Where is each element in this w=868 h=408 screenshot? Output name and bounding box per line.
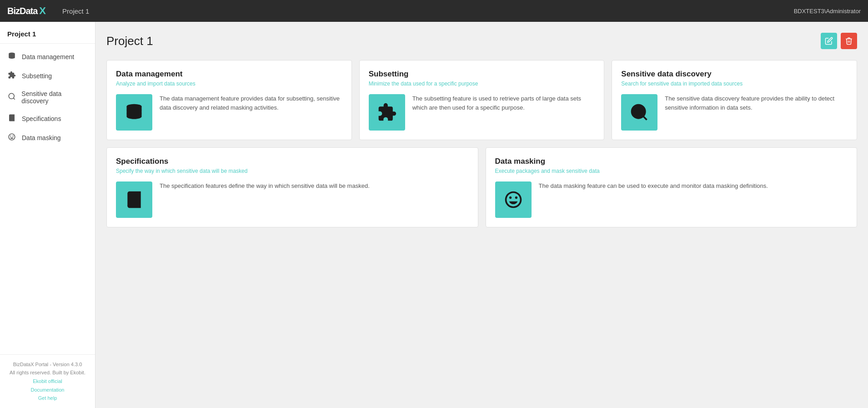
edit-project-button[interactable]: [821, 33, 837, 49]
app-body: Project 1 Data management Subsetting Sen…: [0, 22, 868, 408]
sidebar: Project 1 Data management Subsetting Sen…: [0, 22, 95, 408]
sidebar-item-subsetting-label: Subsetting: [22, 72, 52, 80]
sidebar-item-data-management-label: Data management: [22, 53, 74, 60]
card-specifications[interactable]: Specifications Specify the way in which …: [106, 147, 478, 227]
data-masking-icon-box: [495, 181, 532, 218]
card-data-masking-subtitle: Execute packages and mask sensitive data: [495, 168, 848, 174]
sidebar-nav: Data management Subsetting Sensitive dat…: [0, 44, 95, 354]
svg-line-2: [13, 98, 15, 99]
card-subsetting-body: The subsetting feature is used to retrie…: [369, 94, 595, 131]
subsetting-icon-box: [369, 94, 405, 131]
data-management-icon-box: [116, 94, 152, 131]
card-data-management-body: The data management feature provides dat…: [116, 94, 342, 131]
second-row: Specifications Specify the way in which …: [106, 147, 857, 227]
sidebar-item-data-masking-label: Data masking: [22, 134, 61, 141]
card-data-masking-body: The data masking feature can be used to …: [495, 181, 848, 218]
footer-version: BizDataX Portal - Version 4.3.0: [4, 360, 91, 369]
svg-line-5: [643, 116, 647, 120]
search-icon: [7, 92, 16, 102]
card-sensitive-data-discovery[interactable]: Sensitive data discovery Search for sens…: [612, 60, 857, 140]
card-specifications-title: Specifications: [116, 157, 469, 166]
delete-project-button[interactable]: [841, 33, 857, 49]
sidebar-item-specifications-label: Specifications: [22, 115, 61, 122]
cards-container: Data management Analyze and import data …: [106, 60, 857, 227]
footer-link-ekobit[interactable]: Ekobit official: [4, 377, 91, 386]
card-data-management-subtitle: Analyze and import data sources: [116, 81, 342, 87]
sensitive-icon-box: [621, 94, 657, 131]
card-data-management-title: Data management: [116, 70, 342, 79]
svg-point-1: [9, 93, 14, 99]
navbar-project: Project 1: [62, 7, 89, 15]
card-sensitive-desc: The sensitive data discovery feature pro…: [665, 94, 848, 112]
puzzle-icon: [7, 71, 16, 81]
sidebar-item-data-management[interactable]: Data management: [0, 47, 95, 66]
sidebar-footer: BizDataX Portal - Version 4.3.0 All righ…: [0, 354, 95, 408]
card-sensitive-title: Sensitive data discovery: [621, 70, 848, 79]
footer-link-help[interactable]: Get help: [4, 394, 91, 403]
sidebar-item-subsetting[interactable]: Subsetting: [0, 66, 95, 86]
brand-text: BizData: [7, 6, 37, 16]
card-data-masking-title: Data masking: [495, 157, 848, 166]
brand-x: X: [39, 5, 46, 17]
specifications-icon-box: [116, 181, 152, 218]
book-icon: [7, 114, 16, 124]
svg-point-4: [632, 105, 645, 118]
card-data-masking[interactable]: Data masking Execute packages and mask s…: [486, 147, 858, 227]
card-data-masking-desc: The data masking feature can be used to …: [539, 181, 768, 191]
main-header: Project 1: [106, 33, 857, 49]
card-subsetting[interactable]: Subsetting Minimize the data used for a …: [359, 60, 605, 140]
brand: BizDataX Project 1: [7, 5, 89, 17]
sidebar-item-sensitive-label: Sensitive data discovery: [21, 90, 88, 105]
navbar: BizDataX Project 1 BDXTEST3\Administrato…: [0, 0, 868, 22]
card-sensitive-body: The sensitive data discovery feature pro…: [621, 94, 848, 131]
card-data-management-desc: The data management feature provides dat…: [160, 94, 342, 112]
main-actions: [821, 33, 857, 49]
main-content: Project 1 Data management Analyze and im…: [95, 22, 868, 408]
footer-link-docs[interactable]: Documentation: [4, 386, 91, 394]
card-specifications-desc: The specification features define the wa…: [160, 181, 370, 191]
card-specifications-body: The specification features define the wa…: [116, 181, 469, 218]
card-subsetting-title: Subsetting: [369, 70, 595, 79]
card-data-management[interactable]: Data management Analyze and import data …: [106, 60, 352, 140]
card-sensitive-subtitle: Search for sensitive data in imported da…: [621, 81, 848, 87]
mask-icon: [7, 133, 16, 143]
card-subsetting-subtitle: Minimize the data used for a specific pu…: [369, 81, 595, 87]
card-specifications-subtitle: Specify the way in which sensitive data …: [116, 168, 469, 174]
navbar-user: BDXTEST3\Administrator: [794, 8, 861, 15]
sidebar-project-title: Project 1: [0, 22, 95, 44]
sidebar-item-data-masking[interactable]: Data masking: [0, 128, 95, 147]
page-title: Project 1: [106, 34, 153, 48]
footer-rights: All rights reserved. Built by Ekobit.: [4, 368, 91, 377]
first-row: Data management Analyze and import data …: [106, 60, 857, 140]
sidebar-item-sensitive-data-discovery[interactable]: Sensitive data discovery: [0, 86, 95, 109]
sidebar-item-specifications[interactable]: Specifications: [0, 109, 95, 128]
db-icon: [7, 52, 16, 62]
card-subsetting-desc: The subsetting feature is used to retrie…: [412, 94, 595, 112]
